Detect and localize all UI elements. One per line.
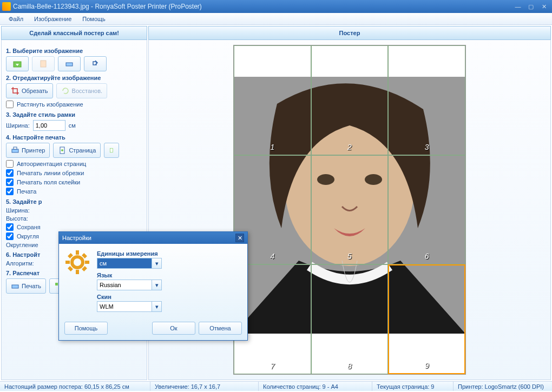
step5-label: 5. Задайте р — [6, 198, 142, 205]
sidebar-header: Сделай классный постер сам! — [1, 26, 147, 40]
svg-point-15 — [72, 257, 83, 268]
export-button[interactable] — [84, 56, 107, 71]
print-button[interactable]: Печать — [6, 278, 46, 294]
clipboard-icon — [39, 59, 48, 68]
units-select[interactable]: см▾ — [97, 258, 162, 269]
export-icon — [91, 59, 100, 68]
print-glue-checkbox[interactable]: Печатать поля склейки — [6, 178, 142, 186]
poster-grid: 1 2 3 4 5 6 7 8 9 — [234, 45, 465, 374]
printer-button[interactable]: Принтер — [6, 143, 50, 158]
dialog-help-button[interactable]: Помощь — [64, 322, 108, 335]
units-label: Единицы измерения — [97, 250, 242, 257]
page-icon — [58, 146, 67, 155]
page-extra-button[interactable] — [104, 143, 119, 158]
status-printer: Принтер: LogoSmartz (600 DPI) — [454, 382, 552, 391]
width-input[interactable] — [33, 120, 65, 131]
chevron-down-icon: ▾ — [152, 258, 161, 268]
crop-button[interactable]: Обрезать — [6, 83, 53, 98]
gear-icon — [64, 249, 90, 275]
svg-rect-9 — [55, 283, 58, 285]
current-tile[interactable]: 9 — [388, 264, 465, 374]
status-size: Настоящий размер постера: 60,15 x 86,25 … — [0, 382, 150, 391]
keep-checkbox[interactable]: Сохраня — [6, 223, 142, 231]
page-button[interactable]: Страница — [53, 143, 101, 158]
auto-orient-checkbox[interactable]: Автоориентация страниц — [6, 160, 142, 168]
svg-rect-8 — [12, 285, 18, 288]
crop-icon — [11, 87, 19, 95]
menubar: Файл Изображение Помощь — [0, 13, 552, 25]
open-icon — [13, 59, 22, 68]
scan-button[interactable] — [58, 56, 81, 71]
svg-rect-2 — [66, 63, 73, 66]
skin-select[interactable]: WLM▾ — [97, 301, 162, 312]
width-label: Ширина: — [6, 122, 30, 129]
svg-rect-18 — [65, 261, 70, 264]
menu-image[interactable]: Изображение — [29, 14, 77, 24]
titlebar: Camilla-Belle-1123943.jpg - RonyaSoft Po… — [0, 0, 552, 13]
maximize-button[interactable]: ▢ — [525, 2, 537, 11]
language-select[interactable]: Russian▾ — [97, 280, 162, 290]
paste-button[interactable] — [32, 56, 55, 71]
dialog-ok-button[interactable]: Ок — [152, 322, 195, 335]
print-other-checkbox[interactable]: Печата — [6, 188, 142, 195]
minimize-button[interactable]: — — [512, 2, 524, 11]
svg-point-6 — [61, 149, 63, 151]
settings-dialog: Настройки ✕ Единицы измерения см▾ Язык R… — [58, 231, 248, 341]
stretch-checkbox[interactable]: Растянуть изображение — [6, 101, 142, 108]
dialog-cancel-button[interactable]: Отмена — [199, 322, 242, 335]
printer-icon — [11, 146, 19, 155]
restore-button[interactable]: Восстанов. — [56, 83, 108, 98]
dialog-close-button[interactable]: ✕ — [235, 234, 244, 242]
svg-rect-7 — [110, 148, 113, 152]
page-plus-icon — [109, 146, 114, 155]
svg-rect-17 — [76, 270, 79, 274]
main-header: Постер — [148, 26, 551, 40]
svg-rect-3 — [12, 149, 18, 152]
lang-label: Язык — [97, 272, 242, 278]
svg-rect-19 — [85, 261, 89, 264]
poster-canvas: 1 2 3 4 5 6 7 8 9 — [233, 45, 466, 375]
svg-rect-1 — [41, 61, 46, 67]
window-title: Camilla-Belle-1123943.jpg - RonyaSoft Po… — [13, 3, 511, 10]
status-current: Текущая страница: 9 — [372, 382, 454, 391]
scanner-icon — [65, 59, 74, 68]
menu-file[interactable]: Файл — [3, 14, 29, 24]
app-icon — [2, 2, 11, 11]
step4-label: 4. Настройте печать — [6, 134, 142, 141]
step2-label: 2. Отредактируйте изображение — [6, 75, 142, 81]
chevron-down-icon: ▾ — [152, 302, 161, 311]
svg-rect-4 — [14, 147, 17, 149]
statusbar: Настоящий размер постера: 60,15 x 86,25 … — [0, 381, 552, 391]
step3-label: 3. Задайте стиль рамки — [6, 111, 142, 118]
status-zoom: Увеличение: 16,7 x 16,7 — [150, 382, 259, 391]
status-pages: Количество страниц: 9 - A4 — [259, 382, 372, 391]
print-icon — [11, 282, 19, 290]
menu-help[interactable]: Помощь — [77, 14, 111, 24]
close-button[interactable]: ✕ — [538, 2, 550, 11]
dialog-titlebar[interactable]: Настройки ✕ — [59, 232, 247, 244]
restore-icon — [61, 87, 70, 95]
print-crop-checkbox[interactable]: Печатать линии обрезки — [6, 169, 142, 177]
svg-rect-16 — [76, 250, 79, 255]
chevron-down-icon: ▾ — [152, 280, 161, 290]
open-image-button[interactable] — [6, 56, 29, 71]
skin-label: Скин — [97, 294, 242, 300]
step1-label: 1. Выберите изображение — [6, 48, 142, 54]
